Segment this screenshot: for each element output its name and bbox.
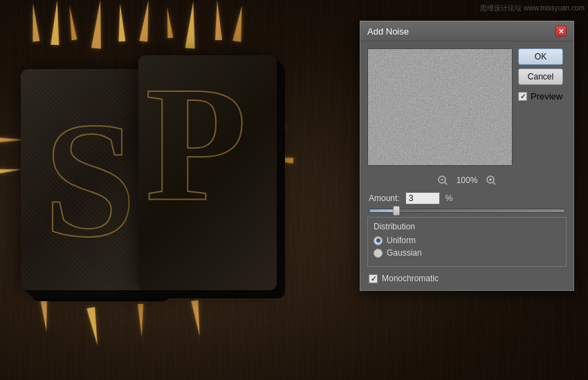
preview-row: Preview (518, 91, 563, 102)
amount-input[interactable] (405, 192, 440, 205)
spike (86, 307, 101, 345)
top-section: OK Cancel Preview (367, 48, 567, 166)
zoom-row: 100% (367, 171, 567, 189)
close-button[interactable]: ✕ (555, 26, 567, 37)
buttons-column: OK Cancel Preview (518, 48, 563, 166)
gaussian-radio[interactable] (374, 249, 383, 258)
percent-label: % (445, 193, 453, 203)
spike (117, 3, 126, 41)
cancel-button[interactable]: Cancel (518, 68, 563, 85)
monochromatic-checkbox[interactable] (369, 274, 378, 283)
spike (185, 1, 199, 49)
gaussian-label: Gaussian (387, 248, 422, 258)
uniform-radio-row: Uniform (374, 236, 560, 245)
dialog-title: Add Noise (367, 26, 409, 37)
preview-label: Preview (531, 91, 562, 102)
dialog-content: OK Cancel Preview 100% (360, 41, 573, 290)
zoom-in-icon[interactable] (486, 175, 497, 186)
spike (40, 297, 50, 332)
distribution-section: Distribution Uniform Gaussian (367, 217, 567, 267)
svg-line-3 (445, 182, 447, 184)
uniform-radio[interactable] (374, 236, 383, 245)
spike (191, 301, 203, 337)
spike (138, 304, 145, 337)
spike (50, 0, 61, 45)
svg-rect-0 (368, 49, 513, 166)
amount-label: Amount: (369, 193, 400, 203)
spike (165, 7, 174, 39)
letters-area (0, 0, 332, 380)
spike (214, 0, 222, 40)
svg-line-7 (493, 182, 495, 184)
spike (30, 3, 40, 42)
zoom-out-icon[interactable] (437, 175, 448, 186)
monochromatic-row: Monochromatic (367, 271, 567, 283)
spike (67, 6, 77, 41)
uniform-label: Uniform (387, 236, 416, 245)
spike (232, 5, 246, 41)
watermark: 思维设计论坛 www.missyuan.com (480, 3, 585, 13)
gaussian-radio-row: Gaussian (374, 248, 560, 258)
preview-canvas (367, 48, 513, 166)
distribution-title: Distribution (374, 222, 560, 231)
dialog-titlebar: Add Noise ✕ (360, 21, 573, 41)
zoom-level: 100% (457, 175, 478, 185)
slider-thumb[interactable] (393, 206, 400, 216)
amount-row: Amount: % (367, 189, 567, 207)
add-noise-dialog: Add Noise ✕ OK Cancel Preview (360, 21, 574, 291)
slider-track[interactable] (369, 209, 565, 213)
preview-checkbox[interactable] (518, 92, 527, 101)
spike (91, 0, 105, 48)
slider-row[interactable] (367, 207, 567, 217)
ok-button[interactable]: OK (518, 48, 563, 65)
spike (139, 0, 152, 42)
spike (0, 166, 23, 176)
monochromatic-label: Monochromatic (382, 274, 439, 283)
letter-p (138, 55, 277, 290)
